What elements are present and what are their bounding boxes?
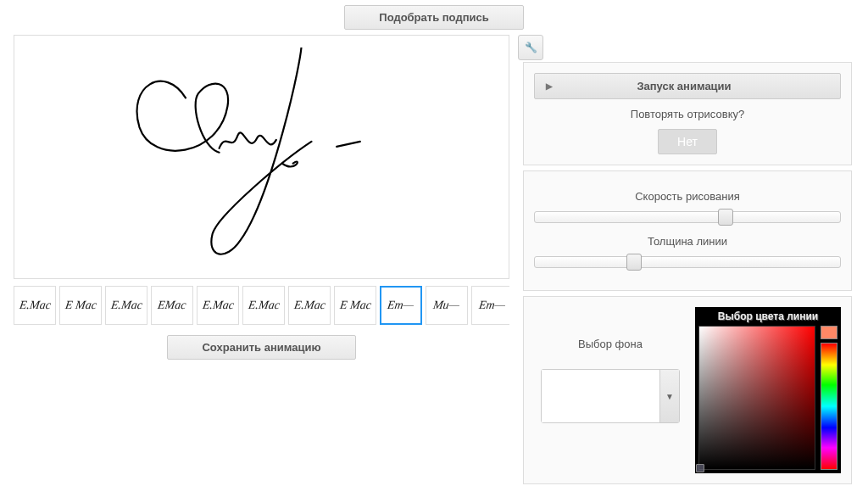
signature-thumbnails: E.MacE MacE.MacEMacE.MacE.MacE.MacE MacE…	[14, 286, 509, 325]
color-saturation-value-panel[interactable]	[698, 326, 815, 470]
save-animation-button[interactable]: Сохранить анимацию	[167, 335, 355, 360]
caret-down-icon: ▼	[665, 392, 674, 401]
color-hue-strip[interactable]	[821, 343, 837, 470]
signature-thumbnail[interactable]: E.Mac	[105, 286, 147, 325]
signature-thumbnail[interactable]: Mu—	[426, 286, 468, 325]
signature-thumbnail[interactable]: E.Mac	[242, 286, 285, 325]
signature-thumbnail[interactable]: Em—	[380, 286, 422, 325]
repeat-toggle-button[interactable]: Нет	[658, 129, 717, 154]
background-picker-label: Выбор фона	[578, 338, 643, 350]
background-color-swatch[interactable]	[542, 370, 660, 422]
line-color-picker: Выбор цвета линии	[695, 307, 841, 473]
play-icon: ▶	[546, 81, 553, 91]
signature-thumbnail[interactable]: E Mac	[59, 286, 102, 325]
line-color-picker-label: Выбор цвета линии	[698, 310, 837, 326]
thumbnail-signature-preview: EMac	[157, 299, 186, 311]
run-animation-label: Запуск анимации	[553, 80, 815, 92]
thumbnail-signature-preview: E Mac	[339, 299, 372, 311]
wrench-icon: 🔧	[525, 42, 537, 53]
drawing-speed-slider[interactable]	[534, 211, 841, 223]
thumbnail-signature-preview: E Mac	[64, 299, 97, 311]
thumbnail-signature-preview: E.Mac	[19, 299, 52, 311]
thumbnail-signature-preview: Em—	[387, 299, 415, 311]
line-thickness-slider[interactable]	[534, 256, 841, 268]
pick-signature-button[interactable]: Подобрать подпись	[344, 5, 523, 30]
signature-drawing	[88, 47, 434, 265]
signature-thumbnail[interactable]: E.Mac	[197, 286, 239, 325]
thumbnail-signature-preview: E.Mac	[110, 299, 143, 311]
signature-thumbnail[interactable]: E.Mac	[288, 286, 331, 325]
settings-toggle-button[interactable]: 🔧	[518, 35, 543, 60]
thumbnail-signature-preview: Em—	[478, 299, 506, 311]
background-color-dropdown[interactable]: ▼	[660, 370, 679, 422]
line-thickness-label: Толщина линии	[534, 235, 841, 248]
run-animation-button[interactable]: ▶ Запуск анимации	[534, 73, 841, 99]
signature-thumbnail[interactable]: EMac	[151, 286, 193, 325]
thumbnail-signature-preview: E.Mac	[202, 299, 235, 311]
signature-thumbnail[interactable]: E.Mac	[14, 286, 56, 325]
signature-thumbnail[interactable]: Em—	[471, 286, 509, 325]
drawing-speed-label: Скорость рисования	[534, 190, 841, 203]
signature-canvas[interactable]	[14, 35, 509, 279]
color-preview-swatch	[821, 326, 837, 339]
thumbnail-signature-preview: E.Mac	[293, 299, 326, 311]
color-sv-cursor	[696, 464, 704, 472]
signature-thumbnail[interactable]: E Mac	[334, 286, 376, 325]
thumbnail-signature-preview: E.Mac	[248, 299, 281, 311]
repeat-drawing-label: Повторять отрисовку?	[534, 108, 841, 120]
settings-panel: ▶ Запуск анимации Повторять отрисовку? Н…	[523, 62, 852, 486]
thumbnail-signature-preview: Mu—	[432, 299, 460, 311]
